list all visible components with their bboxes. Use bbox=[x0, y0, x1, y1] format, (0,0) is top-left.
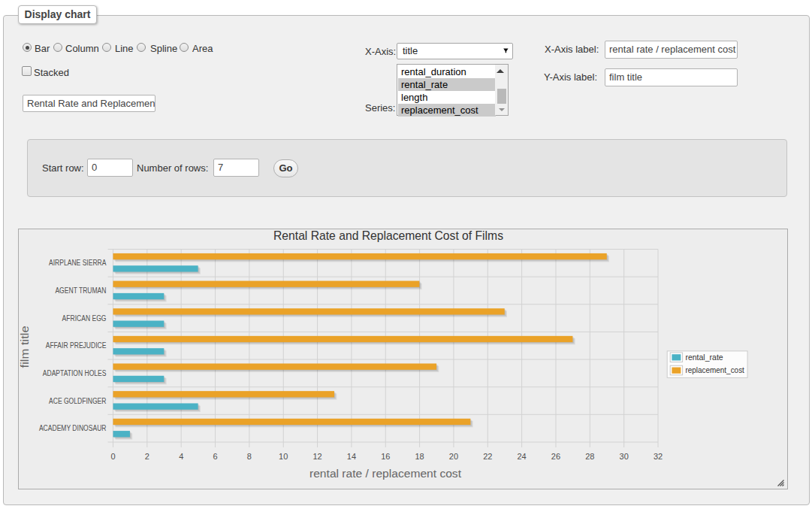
svg-text:18: 18 bbox=[415, 452, 424, 461]
svg-text:30: 30 bbox=[620, 452, 629, 461]
svg-text:AGENT TRUMAN: AGENT TRUMAN bbox=[55, 286, 106, 295]
svg-text:ACE GOLDFINGER: ACE GOLDFINGER bbox=[49, 397, 107, 405]
svg-text:ADAPTATION HOLES: ADAPTATION HOLES bbox=[43, 369, 107, 377]
svg-text:24: 24 bbox=[518, 452, 527, 461]
svg-text:20: 20 bbox=[449, 452, 458, 461]
svg-text:replacement_cost: replacement_cost bbox=[685, 365, 744, 374]
svg-text:AFFAIR PREJUDICE: AFFAIR PREJUDICE bbox=[46, 341, 107, 350]
svg-text:0: 0 bbox=[110, 452, 115, 461]
svg-text:film title: film title bbox=[19, 326, 31, 368]
svg-text:AIRPLANE SIERRA: AIRPLANE SIERRA bbox=[49, 259, 107, 267]
svg-text:32: 32 bbox=[654, 452, 663, 461]
svg-text:rental rate / replacement cost: rental rate / replacement cost bbox=[309, 468, 461, 480]
svg-text:28: 28 bbox=[585, 452, 594, 461]
svg-text:rental_rate: rental_rate bbox=[685, 353, 723, 362]
svg-text:4: 4 bbox=[179, 452, 183, 461]
svg-text:AFRICAN EGG: AFRICAN EGG bbox=[62, 314, 107, 323]
svg-text:8: 8 bbox=[247, 452, 252, 461]
svg-text:2: 2 bbox=[145, 452, 149, 461]
svg-text:16: 16 bbox=[381, 452, 390, 461]
svg-text:14: 14 bbox=[347, 452, 356, 461]
svg-text:ACADEMY DINOSAUR: ACADEMY DINOSAUR bbox=[39, 424, 107, 432]
svg-text:6: 6 bbox=[213, 452, 217, 461]
svg-text:26: 26 bbox=[551, 452, 560, 461]
svg-text:Rental Rate and Replacement Co: Rental Rate and Replacement Cost of Film… bbox=[273, 229, 503, 243]
svg-text:10: 10 bbox=[279, 452, 288, 461]
svg-text:22: 22 bbox=[483, 452, 492, 461]
svg-text:12: 12 bbox=[312, 452, 321, 461]
